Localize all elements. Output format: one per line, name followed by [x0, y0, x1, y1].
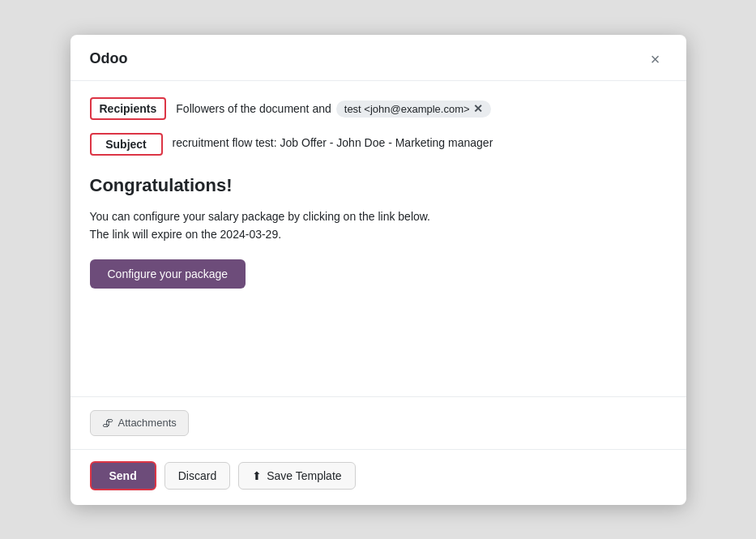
subject-row: Subject recruitment flow test: Job Offer… — [90, 133, 667, 156]
dialog-header: Odoo × — [70, 35, 686, 81]
dialog-overlay: Odoo × Recipients Followers of the docum… — [0, 0, 756, 539]
dialog-body: Recipients Followers of the document and… — [70, 81, 686, 396]
attachments-section: 🖇 Attachments — [70, 396, 686, 449]
email-body: Congratulations! You can configure your … — [90, 169, 667, 302]
upload-icon: ⬆ — [252, 469, 262, 482]
recipient-tag: test <john@example.com> ✕ — [336, 101, 491, 118]
discard-button[interactable]: Discard — [164, 462, 230, 490]
dialog-footer: Send Discard ⬆ Save Template — [70, 449, 686, 505]
subject-value: recruitment flow test: Job Offer - John … — [173, 133, 493, 149]
recipients-label: Recipients — [90, 97, 167, 120]
configure-package-button[interactable]: Configure your package — [90, 259, 246, 289]
followers-text: Followers of the document and — [176, 102, 331, 115]
attachments-button[interactable]: 🖇 Attachments — [90, 410, 189, 436]
tag-text: test <john@example.com> — [344, 103, 470, 115]
send-button[interactable]: Send — [90, 461, 156, 490]
recipients-row: Recipients Followers of the document and… — [90, 97, 667, 120]
close-button[interactable]: × — [644, 48, 667, 71]
subject-label: Subject — [90, 133, 163, 156]
email-heading: Congratulations! — [90, 175, 667, 196]
save-template-button[interactable]: ⬆ Save Template — [238, 462, 355, 490]
email-dialog: Odoo × Recipients Followers of the docum… — [70, 35, 686, 505]
email-text: You can configure your salary package by… — [90, 207, 667, 244]
dialog-title: Odoo — [90, 50, 128, 67]
recipients-value: Followers of the document and test <john… — [176, 97, 490, 118]
tag-remove-icon[interactable]: ✕ — [473, 103, 483, 114]
paperclip-icon: 🖇 — [102, 417, 113, 430]
